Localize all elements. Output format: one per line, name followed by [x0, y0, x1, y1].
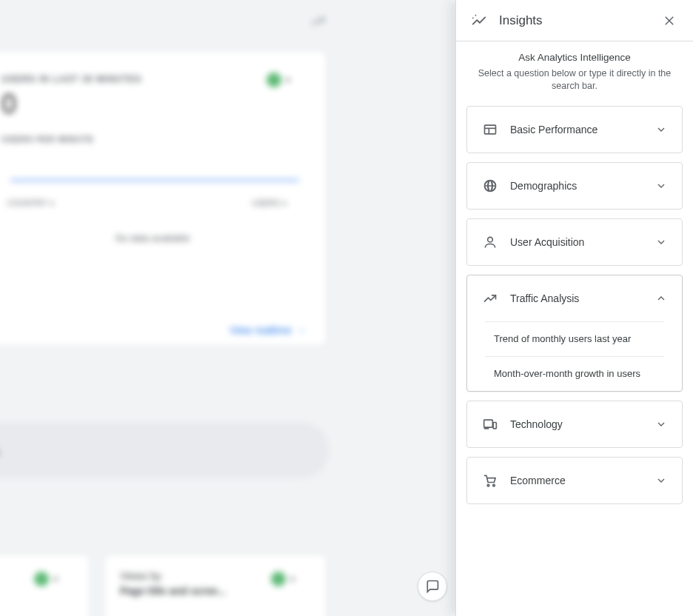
- question-mom-growth-users[interactable]: Month-over-month growth in users: [485, 357, 664, 391]
- view-realtime-link[interactable]: View realtime →: [230, 324, 307, 336]
- insights-panel-header: Insights: [456, 0, 693, 41]
- users-30-value: 0: [1, 89, 16, 120]
- cart-icon: [482, 472, 498, 489]
- category-basic-performance-header[interactable]: Basic Performance: [467, 107, 682, 153]
- svg-point-1: [472, 17, 474, 19]
- trend-icon: [482, 290, 498, 307]
- chevron-down-icon: ▾: [286, 75, 290, 85]
- chevron-down-icon: ▾: [290, 574, 295, 584]
- category-label: Traffic Analysis: [510, 292, 643, 304]
- devices-icon: [482, 416, 498, 432]
- views-by-label: Views by: [120, 570, 161, 582]
- category-ecommerce-header[interactable]: Ecommerce: [467, 458, 682, 503]
- col-country[interactable]: COUNTRY ▾: [7, 198, 54, 207]
- chevron-down-icon: [655, 475, 667, 486]
- category-user-acquisition: User Acquisition: [466, 218, 683, 266]
- status-dot-icon: [34, 572, 49, 586]
- no-data-text: No data available: [0, 232, 327, 244]
- question-trend-monthly-users[interactable]: Trend of monthly users last year: [485, 322, 664, 357]
- chevron-down-icon: [655, 180, 667, 192]
- svg-point-11: [487, 485, 489, 487]
- banner-text: here.: [0, 446, 1, 458]
- insights-icon: [471, 13, 487, 29]
- category-label: Ecommerce: [510, 475, 643, 486]
- chevron-up-icon: [655, 292, 667, 304]
- col-users-label: USERS: [252, 198, 280, 207]
- users-per-min-label: USERS PER MINUTE: [1, 135, 94, 144]
- svg-point-7: [488, 237, 493, 242]
- svg-rect-9: [493, 423, 496, 429]
- chevron-down-icon: [655, 236, 667, 248]
- category-traffic-analysis-body: Trend of monthly users last year Month-o…: [485, 321, 664, 391]
- chevron-down-icon: ▾: [283, 199, 287, 207]
- person-icon: [482, 234, 498, 250]
- close-button[interactable]: [659, 10, 680, 31]
- status-pill[interactable]: ▾: [34, 572, 58, 586]
- category-traffic-analysis: Traffic Analysis Trend of monthly users …: [466, 275, 683, 392]
- svg-point-0: [475, 14, 477, 16]
- category-technology: Technology: [466, 401, 683, 448]
- info-banner: [0, 422, 329, 478]
- category-demographics: Demographics: [466, 162, 683, 210]
- col-country-label: COUNTRY: [7, 198, 47, 207]
- insights-subheader: Ask Analytics Intelligence Select a ques…: [456, 41, 693, 98]
- svg-rect-4: [485, 125, 496, 134]
- status-pill[interactable]: ▾: [271, 572, 295, 586]
- status-pill[interactable]: ▾: [267, 73, 290, 87]
- col-users[interactable]: USERS ▾: [252, 198, 287, 207]
- chevron-down-icon: ▾: [53, 574, 58, 584]
- arrow-right-icon: →: [296, 324, 307, 336]
- dashboard-icon: [482, 121, 498, 138]
- category-basic-performance: Basic Performance: [466, 106, 683, 153]
- close-icon: [661, 13, 677, 29]
- chevron-down-icon: [655, 124, 667, 135]
- category-list: Basic Performance Demographics: [456, 98, 693, 616]
- category-label: User Acquisition: [510, 236, 643, 248]
- svg-point-12: [493, 485, 495, 487]
- users-30-label: USERS IN LAST 30 MINUTES: [1, 74, 141, 84]
- category-label: Technology: [510, 418, 643, 430]
- status-dot-icon: [271, 572, 286, 586]
- ask-ai-text: Select a question below or type it direc…: [472, 67, 677, 93]
- insights-panel-title: Insights: [499, 13, 647, 28]
- chevron-down-icon: [655, 418, 667, 430]
- ask-ai-title: Ask Analytics Intelligence: [472, 52, 677, 63]
- view-realtime-label: View realtime: [230, 324, 292, 336]
- category-ecommerce: Ecommerce: [466, 457, 683, 504]
- globe-icon: [482, 178, 498, 194]
- category-traffic-analysis-header[interactable]: Traffic Analysis: [467, 275, 682, 321]
- insights-panel: Insights Ask Analytics Intelligence Sele…: [455, 0, 693, 616]
- category-user-acquisition-header[interactable]: User Acquisition: [467, 219, 682, 265]
- share-trend-icon: [309, 13, 326, 30]
- category-demographics-header[interactable]: Demographics: [467, 163, 682, 209]
- chevron-down-icon: ▾: [50, 199, 54, 207]
- page-title-label: Page title and scree...: [120, 585, 226, 597]
- category-label: Basic Performance: [510, 124, 643, 135]
- svg-rect-8: [484, 420, 493, 427]
- category-technology-header[interactable]: Technology: [467, 401, 682, 447]
- category-label: Demographics: [510, 180, 643, 192]
- feedback-fab[interactable]: [418, 572, 447, 601]
- status-dot-icon: [267, 73, 281, 87]
- spark-bar: [10, 179, 299, 181]
